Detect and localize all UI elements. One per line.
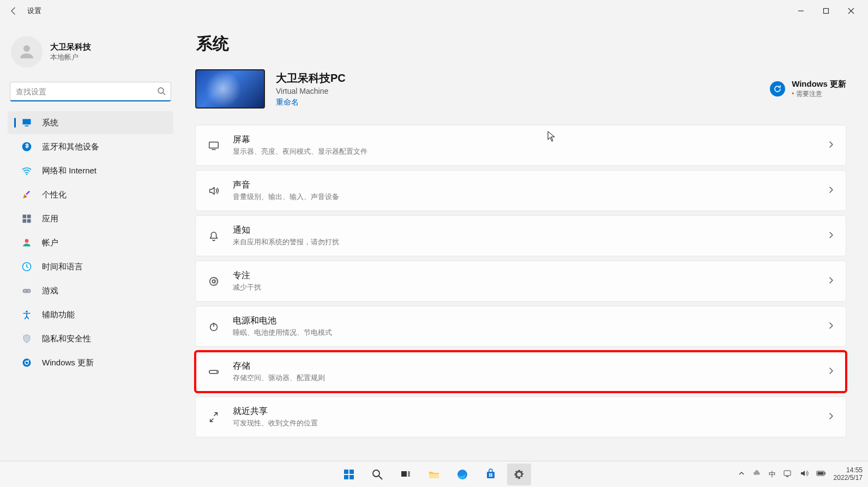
rename-link[interactable]: 重命名 <box>276 98 346 107</box>
device-thumbnail[interactable] <box>195 69 265 109</box>
battery-icon[interactable] <box>816 470 826 478</box>
titlebar: 设置 <box>0 0 868 22</box>
nav-item-privacy[interactable]: 隐私和安全性 <box>8 327 173 350</box>
device-type: Virtual Machine <box>276 87 346 95</box>
notify-icon <box>207 229 221 243</box>
settings-row-nearby[interactable]: 就近共享 可发现性、收到文件的位置 <box>195 396 846 437</box>
svg-rect-29 <box>344 470 348 474</box>
content: 系统 大卫呆科技PC Virtual Machine 重命名 Windows 更… <box>180 22 868 461</box>
search-input[interactable] <box>10 82 171 101</box>
microsoft-store[interactable] <box>479 464 503 485</box>
accessibility-icon <box>21 309 32 320</box>
svg-rect-40 <box>489 473 491 475</box>
svg-rect-16 <box>23 289 31 293</box>
task-view[interactable] <box>394 464 418 485</box>
row-title: 通知 <box>233 225 815 236</box>
nav-item-system[interactable]: 系统 <box>8 111 173 134</box>
sync-icon <box>770 81 785 97</box>
svg-rect-9 <box>26 191 30 195</box>
device-name: 大卫呆科技PC <box>276 71 346 86</box>
nav-label: 游戏 <box>42 286 58 296</box>
svg-point-3 <box>158 88 164 93</box>
row-title: 就近共享 <box>233 406 815 417</box>
settings-row-notify[interactable]: 通知 来自应用和系统的警报，请勿打扰 <box>195 215 846 256</box>
settings-row-power[interactable]: 电源和电池 睡眠、电池使用情况、节电模式 <box>195 306 846 347</box>
settings-app[interactable] <box>507 464 531 485</box>
nav-item-apps[interactable]: 应用 <box>8 207 173 230</box>
svg-rect-32 <box>349 475 354 479</box>
nav-item-bluetooth[interactable]: 蓝牙和其他设备 <box>8 135 173 158</box>
row-desc: 来自应用和系统的警报，请勿打扰 <box>233 237 815 247</box>
minimize-button[interactable] <box>788 2 813 20</box>
volume-icon[interactable] <box>800 469 809 479</box>
nav-item-accounts[interactable]: 帐户 <box>8 231 173 254</box>
row-desc: 存储空间、驱动器、配置规则 <box>233 373 815 383</box>
storage-icon <box>207 365 221 379</box>
chevron-right-icon <box>827 322 835 332</box>
svg-rect-48 <box>817 472 823 475</box>
windows-update-card[interactable]: Windows 更新 需要注意 <box>770 79 846 99</box>
sound-icon <box>207 184 221 198</box>
nav-item-accessibility[interactable]: 辅助功能 <box>8 303 173 326</box>
start-button[interactable] <box>337 464 361 485</box>
edge-browser[interactable] <box>450 464 474 485</box>
close-button[interactable] <box>839 2 864 20</box>
updates-sub: 需要注意 <box>792 89 846 99</box>
tray-chevron-icon[interactable] <box>738 470 745 478</box>
back-button[interactable] <box>4 2 23 20</box>
network-icon <box>21 165 32 176</box>
nav-label: 蓝牙和其他设备 <box>42 142 99 152</box>
nav-item-personalize[interactable]: 个性化 <box>8 183 173 206</box>
avatar <box>11 36 43 68</box>
row-title: 专注 <box>233 270 815 281</box>
nav-label: 个性化 <box>42 190 67 200</box>
nav-item-gaming[interactable]: 游戏 <box>8 279 173 302</box>
apps-icon <box>21 213 32 224</box>
svg-rect-12 <box>23 219 27 223</box>
clock[interactable]: 14:55 2022/5/17 <box>834 467 863 481</box>
taskbar-search[interactable] <box>365 464 389 485</box>
search-icon <box>157 87 166 98</box>
svg-point-14 <box>25 239 29 243</box>
update-icon <box>21 357 32 368</box>
privacy-icon <box>21 333 32 344</box>
svg-rect-11 <box>27 215 31 219</box>
svg-point-17 <box>25 290 26 291</box>
svg-rect-5 <box>23 119 31 124</box>
personalize-icon <box>21 189 32 200</box>
chevron-right-icon <box>827 412 835 422</box>
nav-label: 应用 <box>42 214 58 224</box>
nav-item-time[interactable]: 时间和语言 <box>8 255 173 278</box>
nav-label: Windows 更新 <box>42 358 94 368</box>
row-title: 声音 <box>233 179 815 191</box>
settings-row-sound[interactable]: 声音 音量级别、输出、输入、声音设备 <box>195 170 846 211</box>
svg-line-4 <box>163 93 165 95</box>
file-explorer[interactable] <box>422 464 446 485</box>
settings-row-storage[interactable]: 存储 存储空间、驱动器、配置规则 <box>195 351 846 392</box>
account-card[interactable]: 大卫呆科技 本地帐户 <box>8 33 173 79</box>
svg-rect-10 <box>23 215 27 219</box>
nav-item-update[interactable]: Windows 更新 <box>8 351 173 374</box>
settings-row-display[interactable]: 屏幕 显示器、亮度、夜间模式、显示器配置文件 <box>195 125 846 166</box>
svg-line-34 <box>379 476 382 479</box>
row-title: 存储 <box>233 360 815 372</box>
focus-icon <box>207 274 221 288</box>
settings-row-focus[interactable]: 专注 减少干扰 <box>195 261 846 302</box>
ime-indicator[interactable]: 中 <box>769 470 776 479</box>
display-icon <box>207 139 221 153</box>
chevron-right-icon <box>827 367 835 377</box>
chevron-right-icon <box>827 231 835 241</box>
account-sub: 本地帐户 <box>50 52 91 62</box>
svg-rect-47 <box>824 472 825 474</box>
nav-item-network[interactable]: 网络和 Internet <box>8 159 173 182</box>
svg-rect-13 <box>27 219 31 223</box>
network-icon[interactable] <box>783 469 792 479</box>
maximize-button[interactable] <box>813 2 839 20</box>
nav-label: 帐户 <box>42 238 58 248</box>
onedrive-icon[interactable] <box>752 469 761 479</box>
svg-rect-21 <box>209 142 219 148</box>
svg-rect-35 <box>401 471 407 477</box>
window-title: 设置 <box>27 6 41 16</box>
svg-rect-1 <box>824 9 829 14</box>
device-row: 大卫呆科技PC Virtual Machine 重命名 Windows 更新 需… <box>195 69 846 109</box>
